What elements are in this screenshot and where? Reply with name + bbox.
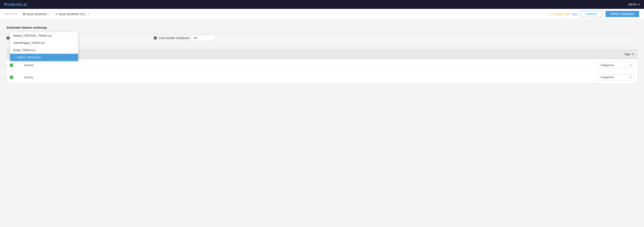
create-aggregates-info-icon[interactable]: ● [6,36,10,40]
dropdown-item-0[interactable]: Master_CENTRAL_TRAIN.csv [10,32,78,39]
warning-icon: ⚠ [547,12,550,16]
table-row: browser Categorical Numerical Text Date [7,59,637,71]
view-link[interactable]: View [572,12,577,15]
table-section: Master_CENTRAL_TRAIN.csv VisitedPages_TR… [6,49,638,83]
row-1-type-select[interactable]: Categorical Numerical Text Date [598,74,634,80]
subheader: Improve Buyer prediction ▾ › ☰ Buyer pre… [0,9,644,19]
section-title: Automatic feature surfacing [6,26,638,29]
row-1-name: country [16,76,596,79]
limit-features-label: Limit number of features [159,36,189,40]
main-content: Automatic feature surfacing ● Create sma… [0,19,644,83]
dropdown-item-0-label: Master_CENTRAL_TRAIN.csv [13,34,52,37]
section-divider2 [6,46,638,46]
type-sort-icon[interactable]: ▼ [632,53,634,56]
dropdown-item-2[interactable]: Email_TRAIN.csv [10,46,78,54]
nav-item-buyer-prediction[interactable]: Buyer prediction ▾ [21,12,51,16]
nav-item-buyer-prediction-dataset[interactable]: ☰ Buyer prediction 201... ▾ [54,12,91,16]
file-dropdown: Master_CENTRAL_TRAIN.csv VisitedPages_TR… [10,32,78,61]
menu-label: MENU [628,3,637,6]
changes-notice: ⚠ 2 changes made View [547,12,577,16]
feature-surfacing-row: ● Create smart aggregates ● Limit number… [6,33,638,46]
nav-item2-label: Buyer prediction 201... [59,12,87,16]
row-0-type-cell: Categorical Numerical Text Date [598,62,634,68]
changes-count-text: 2 changes made [551,12,570,15]
limit-features-control: ● Limit number of features [154,35,216,41]
dropdown-item-3[interactable]: ✓ Orders_TRAIN.csv [10,54,78,61]
dropdown-item-3-label: Orders_TRAIN.csv [17,56,41,59]
topbar: PredicSis.ai MENU ▾ [0,0,644,9]
dropdown-item-2-label: Email_TRAIN.csv [13,48,36,52]
doc-icon: ☰ [56,12,58,15]
limit-features-input[interactable] [191,35,216,41]
logo-predic: Predic [4,2,16,7]
improve-label: Improve [5,12,18,15]
layers-icon [23,13,26,15]
dropdown-check-icon: ✓ [13,56,16,59]
dropdown-item-1-label: VisitedPages_TRAIN.csv [13,41,45,44]
app-logo: PredicSis.ai [4,2,27,7]
limit-features-info-icon[interactable]: ● [154,36,157,40]
apply-changes-button[interactable]: APPLY CHANGES [606,11,639,17]
row-0-name: browser [16,64,596,67]
menu-chevron-icon: ▾ [638,3,640,6]
logo-suffix: .ai [22,2,27,7]
subheader-right: ⚠ 2 changes made View CANCEL APPLY CHANG… [547,11,639,17]
type-label: Type [624,53,630,56]
nav-item1-label: Buyer prediction [27,12,47,16]
table-header: ▲ ▼ Name Type ▼ [7,49,637,59]
nav-item1-chevron-icon: ▾ [48,13,50,15]
cancel-button[interactable]: CANCEL [580,11,602,17]
table-row: country Categorical Numerical Text Date [7,71,637,83]
menu-button[interactable]: MENU ▾ [628,3,640,6]
nav-item2-chevron-icon: ▾ [88,13,90,15]
type-column-header: Type ▼ [624,53,634,56]
logo-sis: Sis [16,2,22,7]
row-1-type-cell: Categorical Numerical Text Date [598,74,634,80]
row-1-checkbox[interactable] [10,76,13,79]
row-0-type-select[interactable]: Categorical Numerical Text Date [598,62,634,68]
row-0-checkbox[interactable] [10,64,13,67]
dropdown-item-1[interactable]: VisitedPages_TRAIN.csv [10,39,78,46]
nav-separator: › [52,12,53,16]
